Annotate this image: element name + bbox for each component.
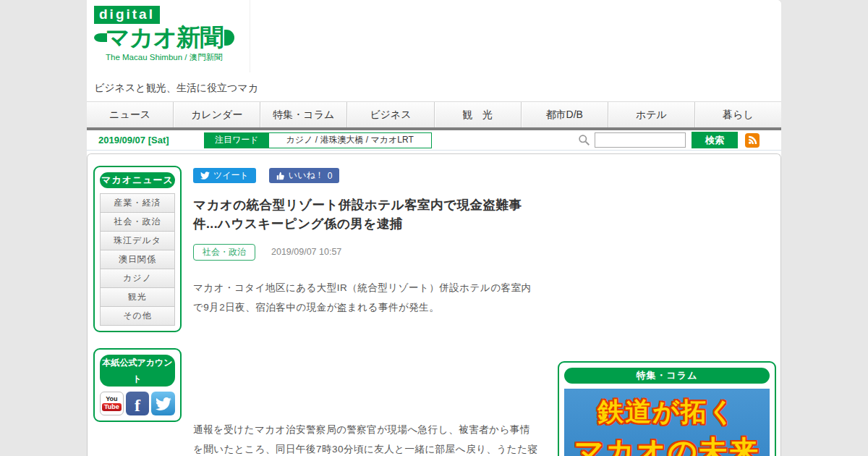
twitter-icon[interactable] (151, 392, 175, 415)
macau-news-menu-items: 産業・経済 社会・政治 珠江デルタ 澳日関係 カジノ 観光 その他 (100, 193, 175, 326)
main-content: マカオニュース 産業・経済 社会・政治 珠江デルタ 澳日関係 カジノ 観光 その… (87, 153, 781, 456)
official-accounts-box: 本紙公式アカウント You Tube f (93, 348, 182, 422)
rss-icon[interactable] (745, 133, 760, 148)
facebook-like-button[interactable]: いいね！ 0 (269, 168, 340, 183)
official-accounts-title: 本紙公式アカウント (100, 355, 175, 387)
feature-column-box: 特集・コラム 鉄道が拓く マカオの未来 (558, 361, 776, 456)
search-cluster: 検索 (578, 132, 781, 148)
sns-icons-row: You Tube f (100, 392, 175, 415)
article: ツイート いいね！ 0 マカオの統合型リゾート併設ホテル客室内で現金盗難事件..… (182, 166, 549, 456)
site-logo[interactable]: digital マカオ新聞 The Macau Shimbun / 澳門新聞 (87, 0, 250, 72)
article-paragraph-2: 通報を受けたマカオ治安警察局の警察官が現場へ急行し、被害者から事情を聞いたところ… (193, 420, 540, 456)
sidebar-item-society-politics[interactable]: 社会・政治 (100, 213, 175, 232)
nav-item-living[interactable]: 暮らし (694, 102, 781, 127)
page: digital マカオ新聞 The Macau Shimbun / 澳門新聞 ビ… (0, 0, 868, 456)
search-input[interactable] (595, 132, 686, 148)
tweet-button-label: ツイート (213, 169, 249, 182)
current-date: 2019/09/07 [Sat] (98, 135, 191, 145)
category-badge[interactable]: 社会・政治 (193, 244, 255, 261)
search-icon (578, 134, 590, 146)
feature-column-image[interactable]: 鉄道が拓く マカオの未来 (564, 389, 770, 456)
nav-item-news[interactable]: ニュース (87, 102, 173, 127)
logo-cap-shape (224, 30, 234, 46)
macau-news-menu-title: マカオニュース (100, 172, 175, 188)
article-meta: 社会・政治 2019/09/07 10:57 (193, 244, 540, 261)
youtube-icon-text-top: You (106, 396, 117, 402)
youtube-icon[interactable]: You Tube (100, 392, 124, 415)
date-bar: 2019/09/07 [Sat] 注目ワード カジノ / 港珠澳大橋 / マカオ… (87, 130, 781, 151)
site-tagline: ビジネスと観光、生活に役立つマカ (94, 82, 260, 95)
nav-item-calendar[interactable]: カレンダー (173, 102, 260, 127)
tweet-button[interactable]: ツイート (193, 168, 256, 183)
keyword-unit: 注目ワード カジノ / 港珠澳大橋 / マカオLRT (204, 132, 432, 148)
logo-subtitle: The Macau Shimbun / 澳門新聞 (106, 52, 250, 63)
article-paragraph-1: マカオ・コタイ地区にある大型IR（統合型リゾート）併設ホテルの客室内で9月2日夜… (193, 278, 540, 317)
logo-title: マカオ新聞 (106, 25, 223, 49)
left-sidebar: マカオニュース 産業・経済 社会・政治 珠江デルタ 澳日関係 カジノ 観光 その… (93, 166, 182, 456)
sidebar-item-pearl-river-delta[interactable]: 珠江デルタ (100, 232, 175, 250)
facebook-icon[interactable]: f (126, 392, 150, 415)
article-image-placeholder (193, 317, 540, 402)
search-button[interactable]: 検索 (692, 132, 738, 148)
nav-item-hotel[interactable]: ホテル (608, 102, 694, 127)
feature-image-text-line1: 鉄道が拓く (564, 394, 770, 430)
sidebar-item-macau-japan-relations[interactable]: 澳日関係 (100, 250, 175, 269)
article-title: マカオの統合型リゾート併設ホテル客室内で現金盗難事件...ハウスキーピング係の男… (193, 195, 540, 234)
digital-badge: digital (94, 6, 160, 24)
keyword-links[interactable]: カジノ / 港珠澳大橋 / マカオLRT (269, 133, 431, 148)
nav-item-sightseeing[interactable]: 観 光 (434, 102, 521, 127)
site-header: digital マカオ新聞 The Macau Shimbun / 澳門新聞 ビ… (87, 0, 781, 101)
facebook-icon-glyph: f (135, 396, 140, 415)
share-row: ツイート いいね！ 0 (193, 168, 540, 183)
feature-column-title: 特集・コラム (564, 368, 770, 384)
keyword-label: 注目ワード (205, 133, 269, 148)
macau-news-menu: マカオニュース 産業・経済 社会・政治 珠江デルタ 澳日関係 カジノ 観光 その… (93, 166, 182, 332)
sidebar-item-industry-economy[interactable]: 産業・経済 (100, 193, 175, 213)
thumbs-up-icon (276, 172, 285, 180)
site-container: digital マカオ新聞 The Macau Shimbun / 澳門新聞 ビ… (87, 0, 781, 456)
twitter-bird-icon (200, 171, 210, 180)
like-count: 0 (328, 171, 333, 181)
article-datetime: 2019/09/07 10:57 (271, 247, 341, 257)
feature-image-text-line2: マカオの未来 (564, 431, 770, 456)
sidebar-item-casino[interactable]: カジノ (100, 269, 175, 288)
sidebar-item-others[interactable]: その他 (100, 307, 175, 326)
main-nav: ニュース カレンダー 特集・コラム ビジネス 観 光 都市D/B ホテル 暮らし (87, 101, 781, 130)
youtube-icon-text-bottom: Tube (102, 403, 122, 411)
logo-main: マカオ新聞 (94, 25, 250, 49)
nav-item-city-db[interactable]: 都市D/B (521, 102, 608, 127)
nav-item-business[interactable]: ビジネス (346, 102, 433, 127)
like-button-label: いいね！ (289, 169, 324, 182)
sidebar-item-sightseeing[interactable]: 観光 (100, 288, 175, 307)
nav-item-feature-column[interactable]: 特集・コラム (260, 102, 346, 127)
right-sidebar: 特集・コラム 鉄道が拓く マカオの未来 (558, 166, 776, 456)
